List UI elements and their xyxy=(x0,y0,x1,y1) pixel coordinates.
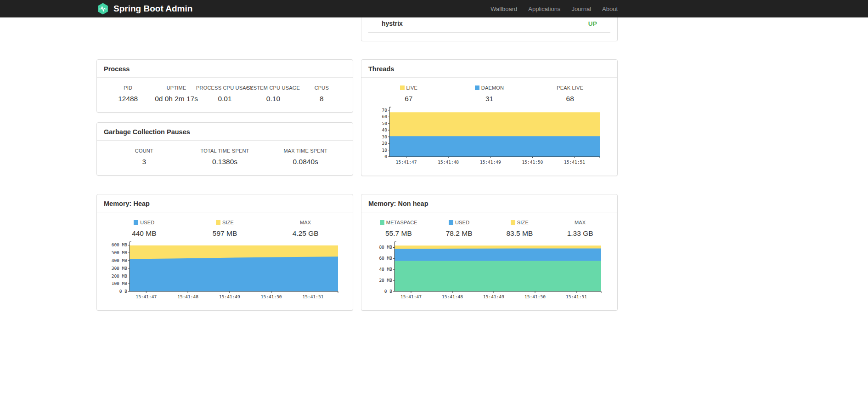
metric-gc-count: COUNT 3 xyxy=(104,148,185,166)
nav-link-applications[interactable]: Applications xyxy=(528,6,560,12)
metric-heap-used-label: USED xyxy=(104,220,185,225)
metric-system-cpu-usage-label: SYSTEM CPU USAGE xyxy=(249,85,297,91)
threads-metrics: LIVE 67 DAEMON 31 PEAK LIVE xyxy=(368,85,610,103)
svg-text:300 MB: 300 MB xyxy=(111,266,127,271)
metric-process-cpu-usage: PROCESS CPU USAGE 0.01 xyxy=(201,85,249,103)
memory-nonheap-chart: 0 B20 MB40 MB60 MB80 MB15:41:4715:41:481… xyxy=(374,240,605,301)
svg-text:15:41:51: 15:41:51 xyxy=(564,159,585,165)
gc-metrics: COUNT 3 TOTAL TIME SPENT 0.1380s MAX TIM… xyxy=(104,148,346,166)
metric-gc-count-value: 3 xyxy=(104,158,185,166)
metric-threads-daemon-label: DAEMON xyxy=(449,85,530,91)
svg-text:15:41:48: 15:41:48 xyxy=(442,294,463,299)
metric-heap-used: USED 440 MB xyxy=(104,220,185,238)
memory-nonheap-panel: Memory: Non heap METASPACE 55.7 MB xyxy=(361,194,618,311)
heap-size-legend-swatch xyxy=(216,220,220,225)
metric-nonheap-max: MAX 1.33 GB xyxy=(550,220,610,238)
svg-text:200 MB: 200 MB xyxy=(111,273,127,279)
svg-text:400 MB: 400 MB xyxy=(111,258,127,263)
heap-size-legend-text: SIZE xyxy=(222,220,234,225)
memory-heap-chart: 0 B100 MB200 MB300 MB400 MB500 MB600 MB1… xyxy=(108,240,342,301)
metric-uptime-label: UPTIME xyxy=(152,85,200,91)
svg-text:80 MB: 80 MB xyxy=(379,245,392,250)
metric-nonheap-max-value: 1.33 GB xyxy=(550,229,610,238)
metric-nonheap-used-label: USED xyxy=(429,220,490,225)
svg-text:20: 20 xyxy=(382,141,387,146)
process-panel: Process PID 12488 UPTIME 0d 0h 2m 17s PR… xyxy=(96,59,353,113)
process-panel-title: Process xyxy=(97,60,353,78)
svg-text:15:41:48: 15:41:48 xyxy=(177,294,198,299)
right-column-row2: Threads LIVE 67 xyxy=(361,59,618,176)
metric-metaspace-value: 55.7 MB xyxy=(368,229,429,238)
metric-gc-total-time-label: TOTAL TIME SPENT xyxy=(185,148,265,154)
svg-text:15:41:49: 15:41:49 xyxy=(483,294,504,299)
svg-text:15:41:49: 15:41:49 xyxy=(479,159,501,165)
heap-used-legend-swatch xyxy=(134,220,138,225)
brand-title: Spring Boot Admin xyxy=(113,4,192,14)
applications-panel: hystrix UP xyxy=(361,17,618,41)
metric-gc-total-time-value: 0.1380s xyxy=(185,158,265,166)
metric-metaspace-label: METASPACE xyxy=(368,220,429,225)
metric-heap-max-label: MAX xyxy=(265,220,346,225)
metric-system-cpu-usage-value: 0.10 xyxy=(249,95,297,103)
metric-threads-live-label: LIVE xyxy=(368,85,449,91)
svg-text:0: 0 xyxy=(384,154,387,159)
memory-heap-panel-title: Memory: Heap xyxy=(97,194,353,212)
nav-link-wallboard[interactable]: Wallboard xyxy=(490,6,517,12)
live-legend-swatch xyxy=(400,85,405,90)
metric-nonheap-size-label: SIZE xyxy=(490,220,550,225)
svg-text:70: 70 xyxy=(382,108,387,113)
nav-link-about[interactable]: About xyxy=(602,6,618,12)
memory-heap-panel: Memory: Heap USED 440 MB xyxy=(96,194,353,311)
memory-nonheap-panel-title: Memory: Non heap xyxy=(361,194,617,212)
svg-text:0 B: 0 B xyxy=(119,289,127,294)
svg-text:30: 30 xyxy=(382,134,387,139)
metric-cpus-value: 8 xyxy=(298,95,346,103)
svg-text:40: 40 xyxy=(382,127,387,132)
brand-link[interactable]: Spring Boot Admin xyxy=(96,2,192,15)
metric-threads-peak-live-label: PEAK LIVE xyxy=(530,85,610,91)
svg-text:100 MB: 100 MB xyxy=(111,281,127,286)
nonheap-used-legend-text: USED xyxy=(455,220,469,225)
metric-heap-max-value: 4.25 GB xyxy=(265,229,346,238)
gc-panel-body: COUNT 3 TOTAL TIME SPENT 0.1380s MAX TIM… xyxy=(97,141,353,175)
panels-grid: hystrix UP Process PID 12488 UPTI xyxy=(96,17,618,311)
svg-text:60: 60 xyxy=(382,114,387,119)
svg-text:500 MB: 500 MB xyxy=(111,250,127,255)
svg-text:15:41:51: 15:41:51 xyxy=(302,294,323,299)
metric-gc-total-time: TOTAL TIME SPENT 0.1380s xyxy=(185,148,265,166)
svg-text:10: 10 xyxy=(382,148,387,153)
metric-nonheap-used: USED 78.2 MB xyxy=(429,220,490,238)
applications-panel-cutoff: hystrix UP xyxy=(361,17,618,41)
application-name[interactable]: hystrix xyxy=(382,20,403,27)
spring-boot-admin-logo xyxy=(96,2,109,15)
svg-text:20 MB: 20 MB xyxy=(379,278,392,283)
metric-metaspace: METASPACE 55.7 MB xyxy=(368,220,429,238)
metric-gc-max-time-label: MAX TIME SPENT xyxy=(265,148,346,154)
memory-heap-panel-body: USED 440 MB SIZE 597 MB MAX xyxy=(97,212,353,310)
metric-heap-used-value: 440 MB xyxy=(104,229,185,238)
svg-text:60 MB: 60 MB xyxy=(379,256,392,261)
nav-link-journal[interactable]: Journal xyxy=(571,6,591,12)
metric-heap-size-value: 597 MB xyxy=(185,229,265,238)
metric-gc-max-time-value: 0.0840s xyxy=(265,158,346,166)
threads-panel-body: LIVE 67 DAEMON 31 PEAK LIVE xyxy=(361,78,617,176)
metric-threads-daemon: DAEMON 31 xyxy=(449,85,530,103)
metric-nonheap-size-value: 83.5 MB xyxy=(490,229,550,238)
left-column-stack: Process PID 12488 UPTIME 0d 0h 2m 17s PR… xyxy=(96,59,353,176)
main-content: hystrix UP Process PID 12488 UPTI xyxy=(96,17,618,311)
navbar-links: Wallboard Applications Journal About xyxy=(490,6,618,12)
row1-spacer xyxy=(96,17,353,41)
status-badge: UP xyxy=(588,20,597,27)
svg-text:15:41:51: 15:41:51 xyxy=(566,294,587,299)
application-row-hystrix[interactable]: hystrix UP xyxy=(368,17,610,33)
threads-chart: 01020304050607015:41:4715:41:4815:41:491… xyxy=(376,106,603,166)
metric-nonheap-size: SIZE 83.5 MB xyxy=(490,220,550,238)
nonheap-size-legend-text: SIZE xyxy=(517,220,529,225)
threads-panel: Threads LIVE 67 xyxy=(361,59,618,176)
metric-process-cpu-usage-value: 0.01 xyxy=(201,95,249,103)
navbar-inner: Spring Boot Admin Wallboard Applications… xyxy=(96,0,618,17)
metric-heap-size-label: SIZE xyxy=(185,220,265,225)
gc-panel: Garbage Collection Pauses COUNT 3 TOTAL … xyxy=(96,122,353,176)
nonheap-used-legend-swatch xyxy=(449,220,453,225)
svg-text:15:41:50: 15:41:50 xyxy=(522,159,543,165)
